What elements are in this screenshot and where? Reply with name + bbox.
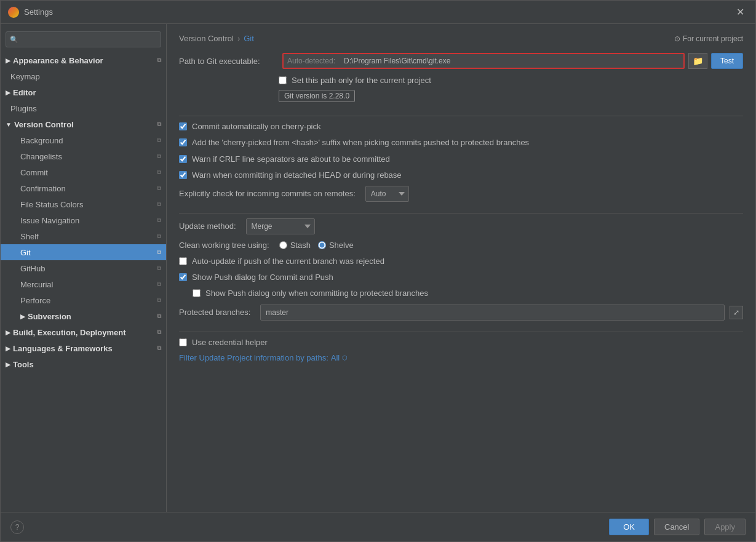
settings-dialog: Settings ✕ 🔍 ▶ Appearance & Behavior ⧉ K… (0, 0, 756, 542)
git-version-row: Git version is 2.28.0 (279, 90, 743, 102)
copy-icon: ⧉ (157, 345, 161, 352)
sidebar-item-issue-nav[interactable]: Issue Navigation ⧉ (1, 212, 166, 228)
browse-button[interactable]: 📁 (688, 53, 707, 69)
sidebar-item-changelists[interactable]: Changelists ⧉ (1, 148, 166, 164)
sidebar-item-background[interactable]: Background ⧉ (1, 132, 166, 148)
clean-working-tree-row: Clean working tree using: Stash Shelve (179, 241, 743, 250)
filter-arrows-icon[interactable]: ⬡ (342, 354, 348, 361)
bottom-bar: ? OK Cancel Apply (1, 512, 755, 541)
divider1 (179, 116, 743, 116)
clean-tree-label: Clean working tree using: (179, 241, 269, 250)
protected-branches-input[interactable] (260, 305, 725, 321)
git-path-row: Path to Git executable: Auto-detected: 📁… (179, 53, 743, 69)
cb7-label[interactable]: Show Push dialog only when committing to… (205, 288, 428, 299)
stash-label[interactable]: Stash (290, 241, 311, 250)
sidebar-item-label: Mercurial (20, 280, 53, 289)
copy-icon: ⧉ (157, 201, 161, 208)
cancel-button[interactable]: Cancel (654, 519, 699, 535)
sidebar-item-github[interactable]: GitHub ⧉ (1, 260, 166, 276)
git-path-container: Auto-detected: 📁 Test (282, 53, 743, 69)
credential-helper-row: Use credential helper (179, 337, 743, 348)
sidebar-item-label: Build, Execution, Deployment (13, 328, 125, 337)
show-push-protected-checkbox[interactable] (193, 289, 201, 297)
sidebar-item-subversion[interactable]: ▶ Subversion ⧉ (1, 308, 166, 324)
filter-value[interactable]: All (331, 353, 340, 362)
copy-icon: ⧉ (157, 153, 161, 160)
copy-icon: ⧉ (157, 249, 161, 256)
sidebar-item-tools[interactable]: ▶ Tools (1, 356, 166, 372)
main-content: Version Control › Git ⊙ For current proj… (167, 24, 755, 512)
cb4-label[interactable]: Warn when committing in detached HEAD or… (192, 170, 402, 181)
filter-update-row: Filter Update Project information by pat… (179, 353, 743, 362)
cb1-label[interactable]: Commit automatically on cherry-pick (192, 121, 321, 132)
cb5-label[interactable]: Auto-update if push of the current branc… (192, 256, 384, 267)
commit-cherry-pick-checkbox[interactable] (179, 122, 187, 130)
sidebar-item-vcs[interactable]: ▼ Version Control ⧉ (1, 116, 166, 132)
detached-head-warn-checkbox[interactable] (179, 171, 187, 179)
cb2-label[interactable]: Add the 'cherry-picked from <hash>' suff… (192, 137, 529, 148)
crlf-warn-checkbox[interactable] (179, 155, 187, 163)
test-button[interactable]: Test (711, 53, 743, 69)
set-path-label[interactable]: Set this path only for the current proje… (292, 75, 431, 86)
sidebar-item-perforce[interactable]: Perforce ⧉ (1, 292, 166, 308)
sidebar-item-label: Background (20, 136, 63, 145)
breadcrumb: Version Control › Git ⊙ For current proj… (179, 34, 743, 43)
sidebar-item-label: Editor (13, 88, 36, 97)
project-icon: ⊙ (674, 34, 680, 43)
arrow-icon: ▶ (6, 361, 10, 368)
sidebar-item-label: Shelf (20, 232, 39, 241)
close-button[interactable]: ✕ (733, 5, 748, 19)
arrow-icon: ▼ (6, 121, 12, 128)
search-box[interactable]: 🔍 (6, 31, 161, 47)
sidebar-item-mercurial[interactable]: Mercurial ⧉ (1, 276, 166, 292)
ok-button[interactable]: OK (609, 519, 649, 535)
auto-update-row: Auto-update if push of the current branc… (179, 256, 743, 267)
shelve-radio[interactable] (318, 241, 326, 249)
arrow-icon: ▶ (6, 345, 10, 352)
incoming-commits-row: Explicitly check for incoming commits on… (179, 186, 743, 202)
sidebar-item-confirmation[interactable]: Confirmation ⧉ (1, 180, 166, 196)
sidebar-item-file-status[interactable]: File Status Colors ⧉ (1, 196, 166, 212)
cb8-label[interactable]: Use credential helper (192, 337, 268, 348)
arrow-icon: ▶ (6, 57, 10, 64)
sidebar-item-appearance[interactable]: ▶ Appearance & Behavior ⧉ (1, 52, 166, 68)
cherry-pick-suffix-checkbox[interactable] (179, 138, 187, 146)
search-input[interactable] (21, 35, 157, 44)
sidebar-item-commit[interactable]: Commit ⧉ (1, 164, 166, 180)
sidebar-item-label: Git (20, 248, 31, 257)
sidebar-item-editor[interactable]: ▶ Editor (1, 84, 166, 100)
git-path-input[interactable] (339, 54, 683, 68)
expand-button[interactable]: ⤢ (730, 306, 743, 319)
cb3-label[interactable]: Warn if CRLF line separators are about t… (192, 154, 390, 165)
radio-shelve: Shelve (318, 241, 354, 250)
sidebar-item-build[interactable]: ▶ Build, Execution, Deployment ⧉ (1, 324, 166, 340)
sidebar-item-label: Perforce (20, 296, 50, 305)
incoming-commits-select[interactable]: Auto Always Never (365, 186, 409, 202)
set-path-checkbox[interactable] (279, 76, 287, 84)
sidebar-item-keymap[interactable]: Keymap (1, 68, 166, 84)
sidebar-item-plugins[interactable]: Plugins (1, 100, 166, 116)
title-bar: Settings ✕ (1, 1, 755, 24)
sidebar-item-git[interactable]: Git ⧉ (1, 244, 166, 260)
copy-icon: ⧉ (157, 281, 161, 288)
auto-detected-label: Auto-detected: (284, 54, 339, 68)
checkbox-row-3: Warn if CRLF line separators are about t… (179, 154, 743, 165)
cb6-label[interactable]: Show Push dialog for Commit and Push (192, 272, 333, 283)
shelve-label[interactable]: Shelve (329, 241, 354, 250)
sidebar-item-shelf[interactable]: Shelf ⧉ (1, 228, 166, 244)
update-method-select[interactable]: Merge Rebase Branch Default (246, 218, 315, 234)
protected-branches-label: Protected branches: (179, 308, 250, 317)
dialog-title: Settings (24, 7, 733, 17)
copy-icon: ⧉ (157, 121, 161, 128)
sidebar-item-languages[interactable]: ▶ Languages & Frameworks ⧉ (1, 340, 166, 356)
copy-icon: ⧉ (157, 185, 161, 192)
credential-helper-checkbox[interactable] (179, 338, 187, 346)
auto-update-checkbox[interactable] (179, 257, 187, 265)
help-button[interactable]: ? (10, 520, 24, 534)
copy-icon: ⧉ (157, 137, 161, 144)
stash-radio[interactable] (279, 241, 287, 249)
apply-button[interactable]: Apply (704, 519, 746, 535)
show-push-dialog-checkbox[interactable] (179, 273, 187, 281)
update-method-row: Update method: Merge Rebase Branch Defau… (179, 218, 743, 234)
show-push-protected-row: Show Push dialog only when committing to… (179, 288, 743, 299)
